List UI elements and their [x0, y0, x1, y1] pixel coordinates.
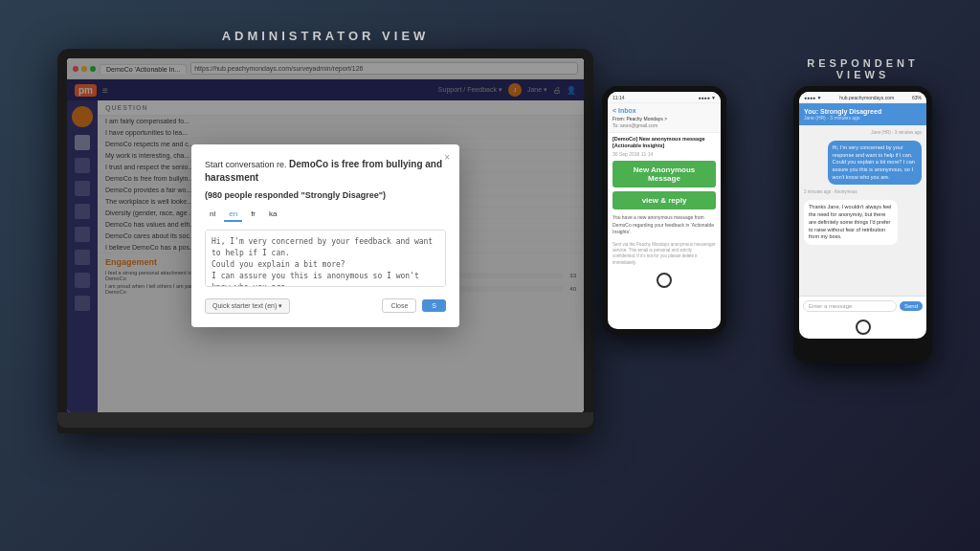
laptop: ADMINISTRATOR VIEW DemoCo 'Actionable In… — [57, 29, 593, 497]
phone-right-battery: 63% — [912, 95, 922, 100]
email-subject: [DemoCo] New anonymous message [Actionab… — [612, 136, 716, 149]
modal-send-button[interactable]: S — [422, 299, 446, 312]
chat-message-sent: Hi, I'm very concerned by your response … — [828, 141, 922, 185]
phone-left-signal: ●●●● ▼ — [699, 95, 716, 100]
phone-right-container: RESPONDENT VIEWS ●●●● ▼ hub.peachymonday… — [793, 57, 932, 335]
view-reply-button[interactable]: view & reply — [612, 191, 716, 209]
chat-title: You: Strongly Disagreed — [804, 108, 922, 115]
email-inbox[interactable]: < Inbox — [612, 107, 716, 114]
phone-right-home-button[interactable] — [856, 320, 871, 335]
laptop-body: DemoCo 'Actionable In... https://hub.pea… — [57, 49, 593, 433]
chat-input[interactable]: Enter a message — [803, 300, 897, 312]
email-to: To: anon@gmail.com — [612, 122, 716, 128]
chat-message-time: 2 minutes ago · Anonymous — [804, 189, 858, 194]
phone-right-frame: ●●●● ▼ hub.peachymondays.com 63% You: St… — [793, 86, 932, 364]
laptop-base — [57, 412, 593, 428]
email-footer: Sent via the Peachy Mondays anonymous me… — [608, 239, 721, 269]
modal-footer: Quick starter text (en) ▾ Close S — [205, 298, 446, 314]
modal-close-icon[interactable]: × — [444, 152, 450, 163]
phone-left-screen: 11:14 ●●●● ▼ < Inbox From: Peachy Monday… — [608, 92, 721, 329]
modal-close-button[interactable]: Close — [382, 298, 416, 313]
chat-body: Jane (HR) - 3 minutes agoHi, I'm very co… — [799, 125, 926, 296]
chat-header-info: You: Strongly Disagreed Jane (HR) - 3 mi… — [804, 108, 922, 121]
phone-right-status: ●●●● ▼ hub.peachymondays.com 63% — [799, 92, 926, 103]
phone-right-screen: ●●●● ▼ hub.peachymondays.com 63% You: St… — [799, 92, 926, 339]
chat-message-received: Thanks Jane, I wouldn't always feel the … — [804, 200, 898, 244]
phone-left-status: 11:14 ●●●● ▼ — [608, 92, 721, 103]
lang-tab-en[interactable]: en — [224, 208, 242, 222]
message-textarea[interactable] — [205, 230, 446, 287]
laptop-label: ADMINISTRATOR VIEW — [57, 29, 593, 43]
chat-header: You: Strongly Disagreed Jane (HR) - 3 mi… — [799, 103, 926, 125]
phone-left-frame: 11:14 ●●●● ▼ < Inbox From: Peachy Monday… — [602, 86, 726, 335]
chat-message-time: Jane (HR) - 3 minutes ago — [871, 130, 922, 135]
phone-left-time: 11:14 — [612, 95, 625, 100]
respondent-label: RESPONDENT VIEWS — [793, 57, 932, 80]
scene: ADMINISTRATOR VIEW DemoCo 'Actionable In… — [0, 0, 980, 551]
lang-tabs: nlenfrka — [205, 208, 446, 222]
lang-tab-ka[interactable]: ka — [264, 208, 281, 222]
phone-left-home-button[interactable] — [657, 273, 672, 288]
chat-input-area: Enter a message Send — [799, 296, 926, 316]
laptop-screen: DemoCo 'Actionable In... https://hub.pea… — [67, 58, 584, 412]
email-from: From: Peachy Mondays > — [612, 116, 716, 121]
new-anonymous-message-button[interactable]: New Anonymous Message — [612, 161, 716, 187]
lang-tab-nl[interactable]: nl — [205, 208, 220, 222]
phone-left: 11:14 ●●●● ▼ < Inbox From: Peachy Monday… — [602, 86, 726, 335]
phone-right-signal: ●●●● ▼ — [804, 95, 821, 100]
modal-subtitle: (980 people responded "Strongly Disagree… — [205, 190, 446, 200]
chat-send-button[interactable]: Send — [900, 301, 923, 311]
phone-right-url: hub.peachymondays.com — [839, 95, 894, 100]
conversation-modal: × Start conversation re. DemoCo is free … — [191, 144, 459, 327]
email-header: < Inbox From: Peachy Mondays > To: anon@… — [608, 103, 721, 133]
modal-overlay: × Start conversation re. DemoCo is free … — [67, 58, 584, 412]
chat-subtitle: Jane (HR) - 3 minutes ago — [804, 115, 922, 121]
starter-text-button[interactable]: Quick starter text (en) ▾ — [205, 298, 290, 314]
email-body: You have a new anonymous message from De… — [608, 211, 721, 239]
lang-tab-fr[interactable]: fr — [246, 208, 260, 222]
modal-title: Start conversation re. DemoCo is free fr… — [205, 158, 446, 185]
email-date: 30 Sep 2016 11:14 — [612, 151, 716, 157]
modal-title-prefix: Start conversation re. — [205, 160, 289, 169]
